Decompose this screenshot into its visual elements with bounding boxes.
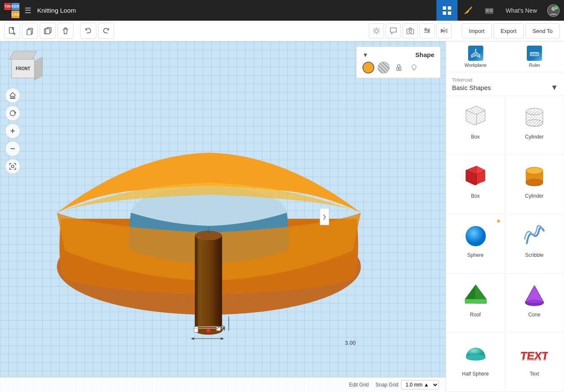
svg-rect-1: [448, 6, 451, 10]
pickaxe-button[interactable]: [458, 0, 479, 21]
gallery-button[interactable]: [479, 0, 500, 21]
whats-new-button[interactable]: What's New: [500, 0, 543, 21]
star-badge: ★: [496, 218, 501, 224]
svg-rect-3: [448, 11, 451, 15]
cone-purple-label: Cone: [528, 312, 540, 318]
comment-icon-button[interactable]: [386, 23, 401, 38]
logo-cell-ker: KER: [11, 3, 20, 11]
svg-point-66: [526, 167, 543, 174]
box-red-preview: [460, 162, 490, 191]
tinkercad-brand-label: Tinkercad: [452, 77, 558, 82]
nav-icons: What's New +: [436, 0, 564, 21]
cylinder-orange-label: Cylinder: [525, 193, 544, 199]
design-icon: ☰: [25, 6, 31, 15]
svg-rect-0: [443, 6, 446, 10]
shape-item-text-red[interactable]: TEXT TEXT Text: [505, 333, 564, 392]
loom-scene: 3.00 3.00: [0, 67, 446, 367]
svg-point-73: [466, 354, 485, 360]
delete-button[interactable]: [57, 23, 74, 39]
svg-rect-16: [46, 29, 50, 34]
export-button[interactable]: Export: [493, 23, 524, 38]
ruler-icon: [527, 46, 542, 61]
shape-item-box-grey[interactable]: Box: [446, 96, 505, 155]
shape-item-roof-green[interactable]: Roof: [446, 274, 505, 333]
box-grey-label: Box: [471, 134, 480, 140]
shape-item-box-red[interactable]: Box: [446, 155, 505, 214]
logo-cell-empty: [4, 11, 11, 18]
shape-item-scribble[interactable]: Scribble: [505, 214, 564, 273]
svg-text:3.00: 3.00: [257, 365, 268, 367]
box-red-label: Box: [471, 193, 480, 199]
shape-category-title: Basic Shapes: [452, 84, 491, 91]
cone-purple-preview: [520, 280, 549, 310]
sendto-button[interactable]: Send To: [526, 23, 560, 38]
right-panel-header: Tinkercad Basic Shapes ▼: [446, 72, 564, 96]
cylinder-orange-preview: [520, 162, 549, 191]
app-logo[interactable]: TIN KER CAD: [4, 3, 19, 18]
workplane-button[interactable]: Workplane: [446, 41, 505, 72]
cube-top-face[interactable]: [9, 51, 37, 60]
light-icon-button[interactable]: [369, 23, 384, 38]
logo-cell-cad: CAD: [11, 11, 20, 18]
mirror-icon-button[interactable]: [436, 23, 452, 38]
svg-text:TEXT: TEXT: [520, 350, 548, 363]
sphere-blue-preview: [460, 221, 490, 250]
halfsphere-cyan-preview: [460, 340, 490, 369]
grid-view-button[interactable]: [436, 0, 458, 21]
workplane-icon: [468, 46, 483, 61]
shape-item-sphere-blue[interactable]: Sphere ★: [446, 214, 505, 273]
svg-point-63: [526, 120, 543, 126]
align-icon-button[interactable]: [420, 23, 435, 38]
viewport[interactable]: FRONT: [0, 41, 446, 392]
snap-grid-select[interactable]: 1.0 mm ▲ 0.5 mm 2.0 mm: [401, 380, 439, 389]
shape-category-dropdown[interactable]: ▼: [550, 83, 558, 92]
project-title[interactable]: Knitting Loom: [37, 7, 76, 14]
top-nav: TIN KER CAD ☰ Knitting Loom: [0, 0, 564, 21]
panel-collapse-button[interactable]: ❯: [320, 208, 329, 225]
new-design-button[interactable]: [4, 23, 20, 39]
sphere-blue-label: Sphere: [467, 252, 484, 258]
box-grey-preview: [460, 103, 490, 132]
shape-item-cylinder-orange[interactable]: Cylinder: [505, 155, 564, 214]
ruler-label: Ruler: [529, 63, 540, 68]
edit-grid-button[interactable]: Edit Grid: [349, 382, 369, 388]
ruler-button[interactable]: Ruler: [505, 41, 564, 72]
cylinder-grey-label: Cylinder: [525, 134, 544, 140]
redo-button[interactable]: [98, 23, 114, 39]
shape-panel-header: ▼ Shape: [362, 51, 434, 58]
shape-panel-dropdown[interactable]: ▼: [362, 52, 368, 58]
svg-point-41: [207, 329, 210, 332]
undo-button[interactable]: [80, 23, 96, 39]
shape-title: Shape: [415, 51, 434, 58]
user-profile-button[interactable]: +: [543, 0, 564, 21]
svg-rect-6: [490, 9, 493, 12]
shape-item-cylinder-grey[interactable]: Cylinder: [505, 96, 564, 155]
logo-area: TIN KER CAD ☰ Knitting Loom: [0, 3, 80, 18]
import-button[interactable]: Import: [462, 23, 492, 38]
duplicate-button[interactable]: [40, 23, 56, 39]
text-red-preview: TEXT TEXT: [520, 340, 549, 369]
svg-point-17: [375, 29, 378, 33]
svg-marker-71: [465, 299, 486, 303]
status-bar: Edit Grid Snap Grid 1.0 mm ▲ 0.5 mm 2.0 …: [0, 377, 446, 392]
copy-button[interactable]: [22, 23, 38, 39]
svg-rect-5: [486, 9, 489, 12]
svg-marker-44: [191, 338, 194, 340]
roof-green-label: Roof: [470, 312, 481, 318]
svg-point-19: [409, 30, 411, 33]
roof-green-preview: [460, 280, 490, 310]
camera-icon-button[interactable]: [403, 23, 418, 38]
shape-category-row: Basic Shapes ▼: [452, 83, 558, 92]
scribble-label: Scribble: [525, 252, 543, 258]
svg-rect-13: [27, 30, 31, 35]
snap-grid-label: Snap Grid: [376, 382, 398, 388]
svg-rect-35: [198, 237, 202, 329]
shape-item-cone-purple[interactable]: Cone: [505, 274, 564, 333]
shape-item-halfsphere-cyan[interactable]: Half Sphere: [446, 333, 505, 392]
snap-grid-area: Snap Grid 1.0 mm ▲ 0.5 mm 2.0 mm: [376, 380, 439, 389]
svg-point-67: [466, 226, 486, 246]
svg-point-65: [526, 179, 543, 186]
svg-text:3.00: 3.00: [345, 340, 356, 346]
svg-rect-2: [443, 11, 446, 15]
svg-rect-40: [194, 328, 198, 332]
